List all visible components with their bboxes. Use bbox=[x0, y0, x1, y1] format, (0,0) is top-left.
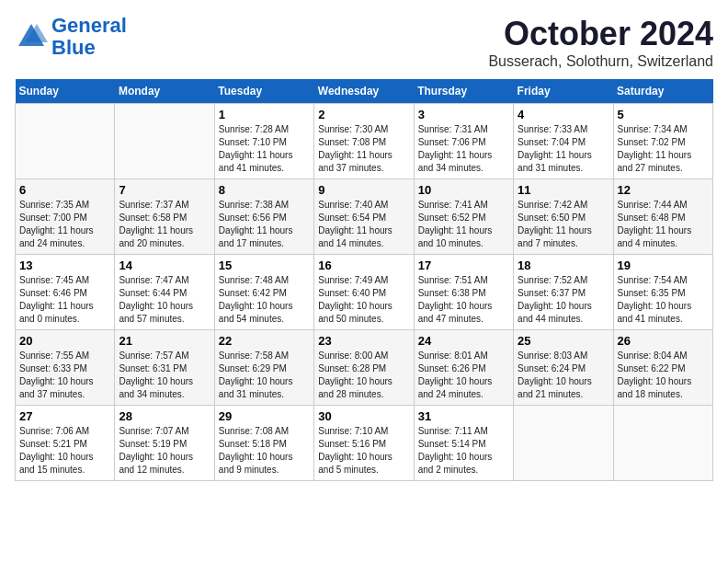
day-number: 25 bbox=[518, 334, 609, 348]
day-number: 15 bbox=[219, 259, 310, 272]
calendar-cell bbox=[16, 104, 115, 179]
day-info: Sunrise: 7:10 AMSunset: 5:16 PMDaylight:… bbox=[318, 425, 409, 477]
day-info: Sunrise: 7:49 AMSunset: 6:40 PMDaylight:… bbox=[318, 274, 409, 326]
logo-text: General Blue bbox=[51, 15, 127, 59]
day-number: 19 bbox=[618, 259, 709, 272]
calendar-week-3: 13Sunrise: 7:45 AMSunset: 6:46 PMDayligh… bbox=[16, 255, 713, 330]
col-header-monday: Monday bbox=[115, 79, 214, 104]
day-info: Sunrise: 7:11 AMSunset: 5:14 PMDaylight:… bbox=[418, 425, 509, 477]
day-info: Sunrise: 7:42 AMSunset: 6:50 PMDaylight:… bbox=[518, 199, 609, 250]
calendar-cell: 23Sunrise: 8:00 AMSunset: 6:28 PMDayligh… bbox=[314, 330, 414, 406]
title-block: October 2024 Busserach, Solothurn, Switz… bbox=[488, 15, 713, 70]
calendar-cell: 26Sunrise: 8:04 AMSunset: 6:22 PMDayligh… bbox=[613, 330, 712, 406]
calendar-cell: 21Sunrise: 7:57 AMSunset: 6:31 PMDayligh… bbox=[115, 330, 214, 406]
calendar-cell: 25Sunrise: 8:03 AMSunset: 6:24 PMDayligh… bbox=[514, 330, 613, 406]
calendar-cell: 5Sunrise: 7:34 AMSunset: 7:02 PMDaylight… bbox=[613, 104, 712, 179]
calendar-cell bbox=[115, 104, 214, 179]
day-info: Sunrise: 7:34 AMSunset: 7:02 PMDaylight:… bbox=[618, 123, 709, 175]
day-number: 27 bbox=[19, 409, 110, 423]
calendar-cell: 12Sunrise: 7:44 AMSunset: 6:48 PMDayligh… bbox=[613, 179, 712, 255]
calendar-cell: 10Sunrise: 7:41 AMSunset: 6:52 PMDayligh… bbox=[414, 179, 513, 255]
col-header-friday: Friday bbox=[514, 79, 613, 104]
day-number: 22 bbox=[219, 334, 310, 348]
day-number: 10 bbox=[418, 183, 509, 197]
calendar-header-row: SundayMondayTuesdayWednesdayThursdayFrid… bbox=[16, 79, 713, 104]
day-info: Sunrise: 7:48 AMSunset: 6:42 PMDaylight:… bbox=[219, 274, 310, 326]
day-number: 18 bbox=[518, 259, 609, 272]
day-info: Sunrise: 7:57 AMSunset: 6:31 PMDaylight:… bbox=[119, 350, 210, 401]
day-number: 1 bbox=[219, 108, 310, 121]
day-number: 28 bbox=[119, 409, 210, 423]
calendar-cell: 3Sunrise: 7:31 AMSunset: 7:06 PMDaylight… bbox=[414, 104, 513, 179]
col-header-wednesday: Wednesday bbox=[314, 79, 414, 104]
calendar-cell: 20Sunrise: 7:55 AMSunset: 6:33 PMDayligh… bbox=[16, 330, 115, 406]
day-info: Sunrise: 7:52 AMSunset: 6:37 PMDaylight:… bbox=[518, 274, 609, 326]
day-number: 31 bbox=[418, 409, 509, 423]
col-header-tuesday: Tuesday bbox=[214, 79, 313, 104]
day-info: Sunrise: 8:04 AMSunset: 6:22 PMDaylight:… bbox=[618, 350, 709, 401]
calendar-week-4: 20Sunrise: 7:55 AMSunset: 6:33 PMDayligh… bbox=[16, 330, 713, 406]
calendar-cell: 1Sunrise: 7:28 AMSunset: 7:10 PMDaylight… bbox=[214, 104, 313, 179]
day-info: Sunrise: 7:31 AMSunset: 7:06 PMDaylight:… bbox=[418, 123, 509, 175]
logo: General Blue bbox=[15, 15, 127, 59]
day-info: Sunrise: 7:58 AMSunset: 6:29 PMDaylight:… bbox=[219, 350, 310, 401]
calendar-cell: 6Sunrise: 7:35 AMSunset: 7:00 PMDaylight… bbox=[16, 179, 115, 255]
day-number: 29 bbox=[219, 409, 310, 423]
calendar-cell: 13Sunrise: 7:45 AMSunset: 6:46 PMDayligh… bbox=[16, 255, 115, 330]
day-number: 2 bbox=[318, 108, 409, 121]
calendar-cell: 29Sunrise: 7:08 AMSunset: 5:18 PMDayligh… bbox=[214, 406, 313, 481]
day-info: Sunrise: 7:44 AMSunset: 6:48 PMDaylight:… bbox=[618, 199, 709, 250]
day-number: 16 bbox=[318, 259, 409, 272]
month-title: October 2024 bbox=[488, 15, 713, 53]
day-info: Sunrise: 7:35 AMSunset: 7:00 PMDaylight:… bbox=[19, 199, 110, 250]
day-info: Sunrise: 7:54 AMSunset: 6:35 PMDaylight:… bbox=[618, 274, 709, 326]
day-info: Sunrise: 8:03 AMSunset: 6:24 PMDaylight:… bbox=[518, 350, 609, 401]
day-info: Sunrise: 7:08 AMSunset: 5:18 PMDaylight:… bbox=[219, 425, 310, 477]
day-info: Sunrise: 8:01 AMSunset: 6:26 PMDaylight:… bbox=[418, 350, 509, 401]
day-number: 9 bbox=[318, 183, 409, 197]
page-header: General Blue October 2024 Busserach, Sol… bbox=[15, 15, 713, 70]
logo-icon bbox=[15, 20, 48, 53]
calendar-week-1: 1Sunrise: 7:28 AMSunset: 7:10 PMDaylight… bbox=[16, 104, 713, 179]
day-number: 21 bbox=[119, 334, 210, 348]
day-number: 3 bbox=[418, 108, 509, 121]
calendar-cell: 7Sunrise: 7:37 AMSunset: 6:58 PMDaylight… bbox=[115, 179, 214, 255]
day-number: 7 bbox=[119, 183, 210, 197]
location: Busserach, Solothurn, Switzerland bbox=[488, 53, 713, 70]
calendar-cell: 14Sunrise: 7:47 AMSunset: 6:44 PMDayligh… bbox=[115, 255, 214, 330]
day-info: Sunrise: 7:55 AMSunset: 6:33 PMDaylight:… bbox=[19, 350, 110, 401]
day-number: 11 bbox=[518, 183, 609, 197]
calendar-cell: 11Sunrise: 7:42 AMSunset: 6:50 PMDayligh… bbox=[514, 179, 613, 255]
calendar-cell: 30Sunrise: 7:10 AMSunset: 5:16 PMDayligh… bbox=[314, 406, 414, 481]
calendar-cell: 28Sunrise: 7:07 AMSunset: 5:19 PMDayligh… bbox=[115, 406, 214, 481]
day-number: 5 bbox=[618, 108, 709, 121]
day-info: Sunrise: 7:47 AMSunset: 6:44 PMDaylight:… bbox=[119, 274, 210, 326]
day-number: 14 bbox=[119, 259, 210, 272]
day-number: 4 bbox=[518, 108, 609, 121]
day-number: 24 bbox=[418, 334, 509, 348]
day-info: Sunrise: 8:00 AMSunset: 6:28 PMDaylight:… bbox=[318, 350, 409, 401]
day-number: 30 bbox=[318, 409, 409, 423]
calendar-week-2: 6Sunrise: 7:35 AMSunset: 7:00 PMDaylight… bbox=[16, 179, 713, 255]
day-number: 17 bbox=[418, 259, 509, 272]
calendar-cell: 22Sunrise: 7:58 AMSunset: 6:29 PMDayligh… bbox=[214, 330, 313, 406]
day-number: 26 bbox=[618, 334, 709, 348]
day-info: Sunrise: 7:28 AMSunset: 7:10 PMDaylight:… bbox=[219, 123, 310, 175]
day-info: Sunrise: 7:41 AMSunset: 6:52 PMDaylight:… bbox=[418, 199, 509, 250]
calendar-cell: 8Sunrise: 7:38 AMSunset: 6:56 PMDaylight… bbox=[214, 179, 313, 255]
calendar-cell: 4Sunrise: 7:33 AMSunset: 7:04 PMDaylight… bbox=[514, 104, 613, 179]
day-info: Sunrise: 7:38 AMSunset: 6:56 PMDaylight:… bbox=[219, 199, 310, 250]
day-number: 23 bbox=[318, 334, 409, 348]
col-header-thursday: Thursday bbox=[414, 79, 513, 104]
day-info: Sunrise: 7:51 AMSunset: 6:38 PMDaylight:… bbox=[418, 274, 509, 326]
calendar-cell: 31Sunrise: 7:11 AMSunset: 5:14 PMDayligh… bbox=[414, 406, 513, 481]
calendar-cell bbox=[613, 406, 712, 481]
calendar-cell: 17Sunrise: 7:51 AMSunset: 6:38 PMDayligh… bbox=[414, 255, 513, 330]
calendar-body: 1Sunrise: 7:28 AMSunset: 7:10 PMDaylight… bbox=[16, 104, 713, 481]
day-info: Sunrise: 7:06 AMSunset: 5:21 PMDaylight:… bbox=[19, 425, 110, 477]
calendar-cell: 15Sunrise: 7:48 AMSunset: 6:42 PMDayligh… bbox=[214, 255, 313, 330]
day-number: 8 bbox=[219, 183, 310, 197]
day-info: Sunrise: 7:07 AMSunset: 5:19 PMDaylight:… bbox=[119, 425, 210, 477]
day-number: 6 bbox=[19, 183, 110, 197]
calendar-table: SundayMondayTuesdayWednesdayThursdayFrid… bbox=[15, 79, 713, 481]
